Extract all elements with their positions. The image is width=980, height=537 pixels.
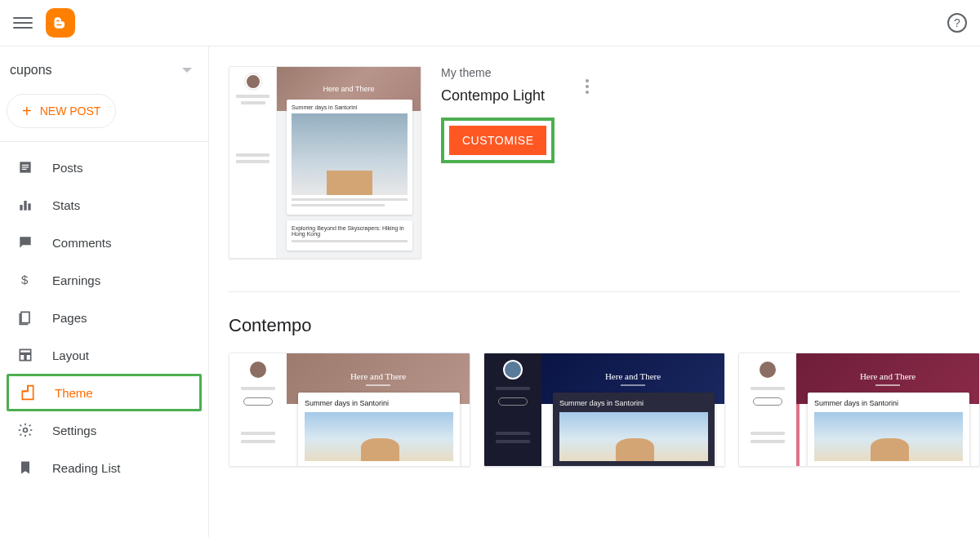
svg-rect-0 — [20, 205, 22, 211]
customise-button[interactable]: CUSTOMISE — [449, 126, 546, 155]
sidebar-item-label: Theme — [55, 386, 93, 400]
pages-icon — [16, 308, 34, 326]
sidebar-item-pages[interactable]: Pages — [0, 299, 208, 336]
new-post-label: NEW POST — [40, 104, 101, 118]
theme-card-contempo-light[interactable]: Here and There Summer days in Santorini — [229, 353, 470, 467]
sidebar-item-comments[interactable]: Comments — [0, 224, 208, 261]
highlight-box-theme: Theme — [7, 374, 202, 411]
svg-rect-2 — [28, 203, 30, 210]
blogger-logo[interactable] — [46, 8, 75, 38]
sidebar-item-settings[interactable]: Settings — [0, 411, 208, 449]
sidebar-item-layout[interactable]: Layout — [0, 336, 208, 374]
new-post-button[interactable]: + NEW POST — [7, 94, 116, 128]
sidebar-item-theme[interactable]: Theme — [9, 376, 199, 409]
blog-selector[interactable]: cupons — [0, 53, 208, 91]
sidebar-item-label: Comments — [52, 236, 112, 250]
theme-card-hero: Here and There — [605, 371, 661, 381]
my-theme-name: Contempo Light — [441, 87, 555, 104]
svg-point-4 — [24, 428, 28, 433]
theme-card-contempo-dark[interactable]: Here and There Summer days in Santorini — [483, 353, 725, 467]
theme-icon — [19, 384, 37, 402]
gear-icon — [16, 421, 34, 439]
preview-post-title: Summer days in Santorini — [292, 104, 408, 110]
bookmark-icon — [16, 459, 34, 477]
sidebar-item-label: Reading List — [52, 461, 120, 475]
theme-card-post: Summer days in Santorini — [305, 399, 453, 407]
sidebar-item-posts[interactable]: Posts — [0, 149, 208, 186]
gallery-section-title: Contempo — [229, 315, 980, 336]
svg-rect-1 — [24, 201, 26, 211]
theme-card-contempo-wine[interactable]: Here and There Summer days in Santorini — [738, 353, 980, 467]
sidebar-item-label: Posts — [52, 161, 83, 175]
theme-card-post: Summer days in Santorini — [814, 399, 963, 407]
theme-card-hero: Here and There — [860, 371, 915, 381]
blog-name: cupons — [10, 63, 52, 78]
stats-icon — [16, 196, 34, 214]
sidebar-item-label: Earnings — [52, 273, 100, 287]
posts-icon — [16, 158, 34, 176]
sidebar-item-label: Stats — [52, 198, 80, 212]
sidebar-item-stats[interactable]: Stats — [0, 186, 208, 224]
preview-post-title: Exploring Beyond the Skyscrapers: Hiking… — [292, 225, 408, 237]
my-theme-preview[interactable]: Here and There Summer days in Santorini … — [229, 66, 421, 259]
more-menu-icon[interactable] — [579, 73, 595, 100]
chevron-down-icon — [182, 68, 192, 73]
earnings-icon: $ — [16, 271, 34, 289]
sidebar-item-label: Pages — [52, 311, 87, 325]
svg-text:$: $ — [21, 273, 29, 286]
comments-icon — [16, 233, 34, 251]
hamburger-menu-icon[interactable] — [13, 13, 33, 33]
my-theme-label: My theme — [441, 66, 555, 79]
theme-card-hero: Here and There — [350, 371, 406, 381]
plus-icon: + — [22, 103, 32, 119]
sidebar-item-label: Layout — [52, 348, 89, 362]
theme-card-post: Summer days in Santorini — [559, 399, 708, 407]
highlight-box-customise: CUSTOMISE — [441, 118, 555, 163]
sidebar-item-reading-list[interactable]: Reading List — [0, 449, 208, 486]
sidebar-item-earnings[interactable]: $ Earnings — [0, 261, 208, 299]
help-icon[interactable]: ? — [947, 13, 967, 33]
layout-icon — [16, 346, 34, 364]
sidebar-item-label: Settings — [52, 424, 96, 437]
